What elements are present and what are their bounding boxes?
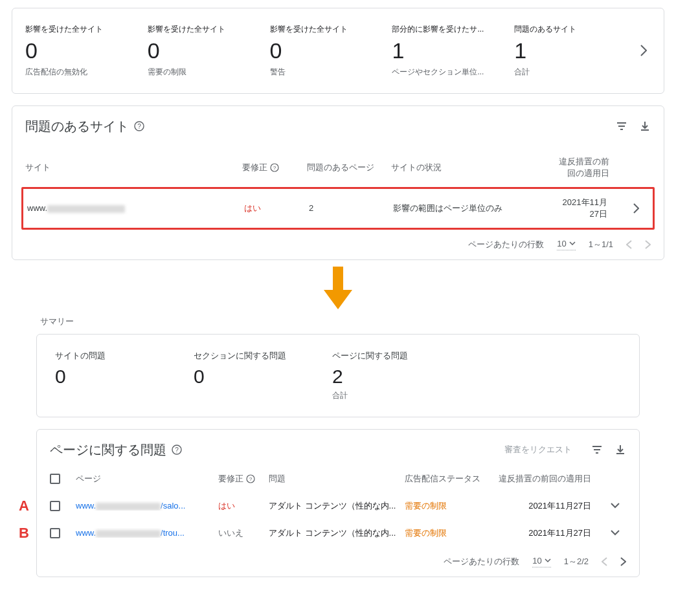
col-fix: 要修正 ?	[242, 162, 307, 173]
summary-item-label: ページに関する問題	[332, 350, 455, 362]
issue-row-issue: アダルト コンテンツ（性的な内...	[269, 500, 405, 512]
download-icon[interactable]	[639, 120, 651, 132]
stat-label: 部分的に影響を受けたサ...	[392, 24, 506, 35]
help-icon[interactable]: ?	[134, 121, 144, 131]
stat-1: 影響を受けた全サイト 0 需要の制限	[148, 24, 262, 78]
issues-card: ページに関する問題 ? 審査をリクエスト ページ	[36, 429, 640, 577]
site-row-status: 影響の範囲はページ単位のみ	[393, 203, 555, 214]
checkbox[interactable]	[50, 501, 60, 511]
issue-row-fix: いいえ	[218, 527, 269, 539]
site-row[interactable]: www. はい 2 影響の範囲はページ単位のみ 2021年11月27日	[21, 187, 655, 230]
issue-row-adstatus: 需要の制限	[405, 500, 495, 512]
stat-sub: 合計	[514, 67, 629, 78]
pager-rows-value: 10	[557, 239, 566, 248]
page-prefix: www.	[76, 501, 96, 511]
checkbox-all[interactable]	[50, 474, 60, 484]
summary-item-value: 0	[55, 366, 178, 388]
col-date: 違反措置の前回の適用日	[553, 156, 635, 179]
col-adstatus: 広告配信ステータス	[405, 473, 495, 485]
site-row-fix: はい	[244, 203, 309, 214]
row-annotation: B	[19, 525, 29, 542]
pager-rows-label: ページあたりの行数	[444, 556, 519, 567]
chevron-down-icon	[569, 241, 576, 245]
col-site: サイト	[25, 162, 242, 173]
pager-prev-button[interactable]	[626, 240, 632, 249]
summary-item-value: 0	[194, 366, 317, 388]
site-row-pages: 2	[309, 203, 393, 213]
svg-text:?: ?	[137, 123, 141, 130]
sites-card: 問題のあるサイト ? サイト 要修正 ? 問題のあるページ	[12, 105, 664, 260]
stat-2: 影響を受けた全サイト 0 警告	[270, 24, 385, 78]
sites-title: 問題のあるサイト	[25, 118, 129, 135]
stat-3: 部分的に影響を受けたサ... 1 ページやセクション単位...	[392, 24, 506, 78]
summary-item-sub: 合計	[332, 390, 455, 401]
summary-item-value: 2	[332, 366, 455, 388]
issue-row-page[interactable]: www./trou...	[76, 528, 218, 538]
page-suffix: /trou...	[161, 528, 185, 538]
chevron-down-icon[interactable]	[611, 530, 626, 536]
summary-label: サマリー	[40, 316, 640, 327]
col-issue: 問題	[269, 473, 405, 485]
help-icon[interactable]: ?	[246, 474, 255, 483]
chevron-down-icon[interactable]	[611, 503, 626, 509]
col-status: サイトの状況	[391, 162, 553, 173]
redacted	[47, 205, 125, 213]
stats-card: 影響を受けた全サイト 0 広告配信の無効化 影響を受けた全サイト 0 需要の制限…	[12, 8, 664, 94]
row-annotation: A	[19, 498, 29, 514]
issue-row[interactable]: B www./trou... いいえ アダルト コンテンツ（性的な内... 需要…	[37, 520, 639, 547]
summary-item-2: ページに関する問題 2 合計	[332, 350, 455, 401]
redacted	[96, 530, 161, 538]
col-page: ページ	[76, 473, 218, 485]
stat-sub: 警告	[270, 67, 385, 78]
site-prefix: www.	[27, 203, 47, 213]
request-review-button[interactable]: 審査をリクエスト	[504, 444, 572, 456]
stat-value: 0	[270, 38, 385, 64]
stat-label: 影響を受けた全サイト	[25, 24, 140, 35]
svg-text:?: ?	[273, 165, 276, 171]
summary-item-0: サイトの問題 0	[55, 350, 178, 401]
checkbox[interactable]	[50, 528, 60, 538]
issue-row-page[interactable]: www./salo...	[76, 501, 218, 511]
summary-item-label: セクションに関する問題	[194, 350, 317, 362]
issue-row-date: 2021年11月27日	[495, 527, 611, 539]
pager-prev-button[interactable]	[602, 557, 607, 566]
pager-rows-label: ページあたりの行数	[468, 239, 544, 250]
down-arrow-icon	[12, 265, 664, 312]
issue-row-adstatus: 需要の制限	[405, 527, 495, 539]
stat-sub: 広告配信の無効化	[25, 67, 140, 78]
stat-label: 問題のあるサイト	[514, 24, 629, 35]
svg-text:?: ?	[175, 446, 179, 454]
pager-next-button[interactable]	[620, 557, 626, 566]
stat-0: 影響を受けた全サイト 0 広告配信の無効化	[25, 24, 140, 78]
help-icon[interactable]: ?	[270, 163, 279, 172]
issues-title: ページに関する問題	[50, 441, 166, 459]
stat-sub: 需要の制限	[148, 67, 262, 78]
page-suffix: /salo...	[161, 501, 185, 511]
col-fix-label: 要修正	[218, 473, 243, 485]
help-icon[interactable]: ?	[172, 445, 182, 455]
filter-icon[interactable]	[591, 444, 603, 456]
site-row-date: 2021年11月27日	[555, 197, 633, 220]
pager-range: 1～2/2	[564, 556, 589, 567]
svg-text:?: ?	[249, 476, 253, 482]
summary-card: サイトの問題 0 セクションに関する問題 0 ページに関する問題 2 合計	[36, 334, 640, 417]
stat-value: 1	[514, 38, 629, 64]
download-icon[interactable]	[614, 444, 626, 456]
pager-rows-select[interactable]: 10	[557, 239, 575, 250]
col-pages: 問題のあるページ	[307, 162, 391, 173]
summary-item-1: セクションに関する問題 0	[194, 350, 317, 401]
stat-value: 0	[148, 38, 262, 64]
issue-row[interactable]: A www./salo... はい アダルト コンテンツ（性的な内... 需要の…	[37, 492, 639, 520]
sites-pager: ページあたりの行数 10 1～1/1	[12, 230, 664, 259]
summary-item-label: サイトの問題	[55, 350, 178, 362]
issue-row-issue: アダルト コンテンツ（性的な内...	[269, 527, 405, 539]
stat-4: 問題のあるサイト 1 合計	[514, 24, 629, 78]
pager-range: 1～1/1	[589, 239, 613, 250]
col-fix: 要修正 ?	[218, 473, 269, 485]
stats-next-button[interactable]	[637, 41, 651, 60]
filter-icon[interactable]	[616, 120, 627, 132]
pager-next-button[interactable]	[645, 240, 651, 249]
chevron-right-icon[interactable]	[633, 203, 649, 214]
page-prefix: www.	[76, 528, 96, 538]
pager-rows-select[interactable]: 10	[532, 556, 550, 567]
